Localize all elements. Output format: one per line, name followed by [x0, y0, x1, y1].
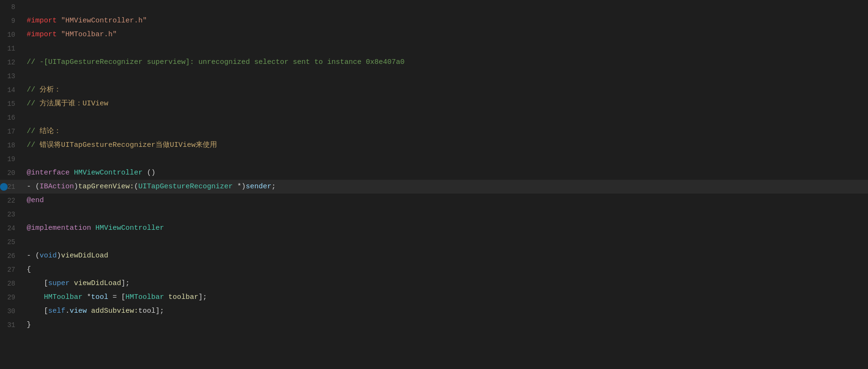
line-number: 11: [0, 45, 23, 52]
code-line: 13: [0, 69, 868, 83]
line-content: // -[UITapGestureRecognizer superview]: …: [23, 55, 868, 69]
code-token: IBAction: [40, 183, 74, 191]
code-token: viewDidLoad: [74, 279, 121, 287]
code-token: HMToolbar: [44, 293, 83, 301]
line-number: 28: [0, 280, 23, 287]
code-token: view: [70, 307, 91, 315]
code-line: 28 [super viewDidLoad];: [0, 277, 868, 290]
line-content: [23, 152, 868, 166]
code-token: 错误将UITapGestureRecognizer当做UIView来使用: [40, 141, 217, 149]
code-line: 21- (IBAction)tapGreenView:(UITapGesture…: [0, 180, 868, 194]
line-number: 23: [0, 211, 23, 218]
code-token: tapGreenView:: [78, 183, 134, 191]
code-line: 19: [0, 152, 868, 166]
code-token: UITapGestureRecognizer: [138, 183, 233, 191]
code-token: tool];: [138, 307, 164, 315]
code-token: *: [83, 293, 91, 301]
line-number: 20: [0, 169, 23, 177]
code-token: 结论：: [40, 127, 61, 135]
line-number: 24: [0, 225, 23, 232]
code-token: ): [74, 183, 78, 191]
breakpoint-dot[interactable]: [0, 183, 8, 191]
code-token: 分析：: [40, 86, 61, 94]
line-number: 18: [0, 142, 23, 149]
code-token: void: [40, 252, 57, 260]
line-number: 22: [0, 197, 23, 205]
line-number: 12: [0, 59, 23, 66]
code-token: = [: [108, 293, 125, 301]
line-content: }: [23, 318, 868, 332]
code-token: @interface: [27, 169, 74, 177]
line-content: [super viewDidLoad];: [23, 277, 868, 290]
line-content: - (IBAction)tapGreenView:(UITapGestureRe…: [23, 180, 868, 194]
code-line: 27{: [0, 263, 868, 277]
line-number: 9: [0, 17, 23, 25]
code-line: 31}: [0, 318, 868, 332]
line-number: 25: [0, 238, 23, 246]
line-content: // 方法属于谁：UIView: [23, 97, 868, 111]
code-token: #import: [27, 17, 61, 25]
code-token: addSubview:: [91, 307, 138, 315]
line-content: [23, 235, 868, 249]
line-number: 19: [0, 155, 23, 163]
code-token: ): [57, 252, 61, 260]
code-line: 15// 方法属于谁：UIView: [0, 97, 868, 111]
code-token: @end: [27, 196, 44, 205]
code-token: self: [48, 307, 65, 315]
code-token: (): [147, 169, 155, 177]
code-token: [: [27, 279, 48, 287]
code-token: [27, 293, 44, 301]
code-token: HMToolbar: [125, 293, 168, 301]
line-content: [23, 207, 868, 221]
line-number: 8: [0, 3, 23, 11]
code-token: //: [27, 100, 40, 108]
code-token: HMViewController: [95, 224, 164, 232]
line-content: [23, 111, 868, 124]
line-content: [23, 0, 868, 14]
code-line: 20@interface HMViewController (): [0, 166, 868, 180]
line-content: [self.view addSubview:tool];: [23, 304, 868, 318]
line-number: 27: [0, 266, 23, 274]
line-number: 26: [0, 252, 23, 260]
line-content: // 结论：: [23, 124, 868, 138]
code-token: - (: [27, 252, 40, 260]
code-token: (: [134, 183, 138, 191]
code-token: 方法属于谁：UIView: [40, 100, 108, 108]
line-number: 10: [0, 31, 23, 39]
line-content: [23, 41, 868, 55]
line-number: 15: [0, 100, 23, 108]
code-token: ];: [121, 279, 130, 287]
code-token: HMViewController: [74, 169, 147, 177]
code-token: "HMViewController.h": [61, 17, 147, 25]
line-content: #import "HMToolbar.h": [23, 28, 868, 41]
code-line: 14// 分析：: [0, 83, 868, 97]
line-number: 16: [0, 114, 23, 122]
code-token: tool: [91, 293, 108, 301]
code-line: 8: [0, 0, 868, 14]
code-line: 16: [0, 111, 868, 124]
code-line: 9#import "HMViewController.h": [0, 14, 868, 28]
code-token: ];: [198, 293, 207, 301]
code-token: *): [233, 183, 246, 191]
code-line: 23: [0, 207, 868, 221]
code-token: #import: [27, 31, 61, 39]
line-number: 17: [0, 128, 23, 135]
code-token: //: [27, 127, 40, 135]
code-token: "HMToolbar.h": [61, 31, 117, 39]
code-line: 17// 结论：: [0, 124, 868, 138]
code-line: 18// 错误将UITapGestureRecognizer当做UIView来使…: [0, 138, 868, 152]
code-line: 11: [0, 41, 868, 55]
code-token: //: [27, 141, 40, 149]
code-token: {: [27, 266, 31, 274]
line-content: @end: [23, 194, 868, 207]
line-number: 14: [0, 86, 23, 94]
line-number: 31: [0, 321, 23, 329]
code-lines: 8 9#import "HMViewController.h"10#import…: [0, 0, 868, 332]
code-line: 24@implementation HMViewController: [0, 221, 868, 235]
code-token: .: [65, 307, 70, 315]
code-line: 26- (void)viewDidLoad: [0, 249, 868, 263]
line-content: @interface HMViewController (): [23, 166, 868, 180]
line-content: @implementation HMViewController: [23, 221, 868, 235]
code-token: sender: [246, 183, 271, 191]
line-number: 29: [0, 294, 23, 301]
